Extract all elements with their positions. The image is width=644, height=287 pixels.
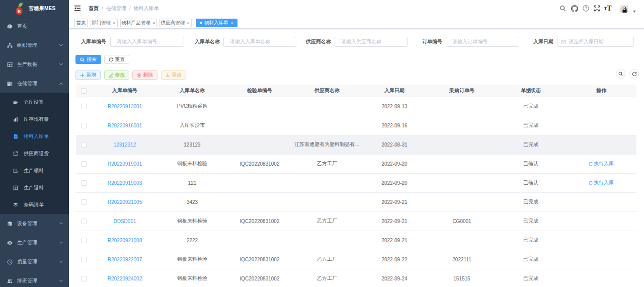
svg-text:K: K <box>18 9 21 14</box>
